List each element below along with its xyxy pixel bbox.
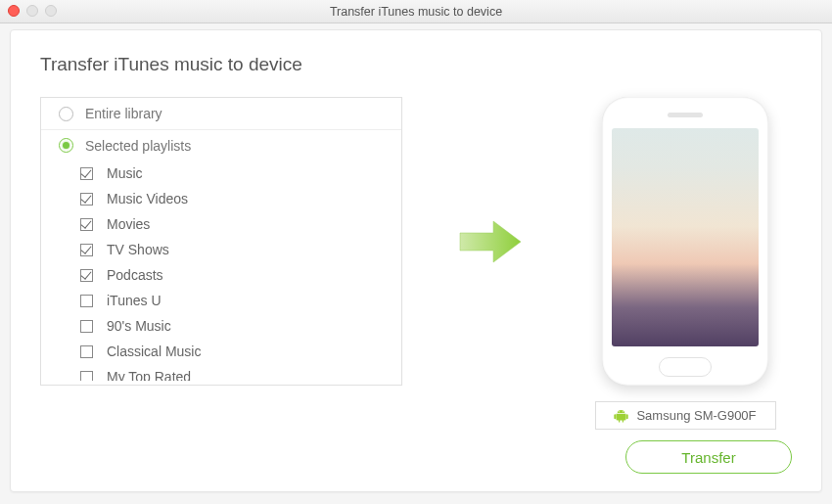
phone-screen [612, 128, 759, 346]
close-icon[interactable] [8, 5, 20, 17]
playlist-label: Podcasts [107, 267, 163, 283]
option-label: Entire library [85, 106, 162, 121]
checkbox-icon [80, 295, 93, 307]
radio-icon [59, 107, 73, 121]
radio-icon [59, 138, 73, 153]
checkbox-icon [80, 218, 93, 231]
checkbox-icon [80, 345, 93, 358]
playlist-item[interactable]: Classical Music [80, 339, 401, 364]
window-controls [8, 5, 57, 17]
playlist-label: Movies [107, 216, 150, 232]
playlist-label: iTunes U [107, 293, 162, 308]
transfer-button[interactable]: Transfer [625, 440, 792, 474]
window-title: Transfer iTunes music to device [0, 5, 832, 19]
playlist-item[interactable]: 90's Music [80, 313, 401, 339]
device-preview [602, 97, 768, 386]
arrow-right-icon [456, 217, 525, 266]
playlist-item[interactable]: Music Videos [80, 186, 401, 211]
phone-speaker [668, 113, 703, 117]
content-row: Entire library Selected playlists MusicM… [40, 97, 792, 430]
device-label[interactable]: Samsung SM-G900F [595, 401, 776, 430]
option-label: Selected playlists [85, 138, 191, 154]
phone-home-button [659, 357, 712, 377]
checkbox-icon [80, 193, 93, 206]
zoom-icon[interactable] [45, 5, 57, 17]
playlist-label: TV Shows [107, 242, 169, 257]
playlist-label: 90's Music [107, 318, 171, 334]
option-entire-library[interactable]: Entire library [41, 98, 401, 129]
playlist-label: Music [107, 165, 143, 181]
page-title: Transfer iTunes music to device [40, 54, 792, 75]
svg-marker-0 [460, 221, 521, 262]
playlist-label: Music Videos [107, 191, 188, 206]
playlist-label: My Top Rated [107, 369, 191, 381]
arrow-column [412, 97, 569, 386]
device-name: Samsung SM-G900F [636, 408, 756, 423]
checkbox-icon [80, 269, 93, 282]
playlist-item[interactable]: iTunes U [80, 288, 401, 313]
checkbox-icon [80, 244, 93, 256]
playlist-item[interactable]: Podcasts [80, 262, 401, 288]
titlebar: Transfer iTunes music to device [0, 0, 832, 23]
main-panel: Transfer iTunes music to device Entire l… [10, 29, 822, 492]
playlist-item[interactable]: Music [80, 160, 401, 186]
option-selected-playlists[interactable]: Selected playlists [41, 129, 401, 160]
minimize-icon[interactable] [26, 5, 38, 17]
playlist-item[interactable]: Movies [80, 211, 401, 237]
checkbox-icon [80, 167, 93, 180]
playlist-item[interactable]: My Top Rated [80, 364, 401, 381]
android-icon [614, 408, 628, 423]
device-column: Samsung SM-G900F [578, 97, 792, 430]
footer: Transfer [625, 440, 792, 474]
playlist-label: Classical Music [107, 344, 201, 359]
playlist-item[interactable]: TV Shows [80, 237, 401, 262]
checkbox-icon [80, 320, 93, 333]
checkbox-icon [80, 371, 93, 382]
source-panel: Entire library Selected playlists MusicM… [40, 97, 402, 386]
playlist-list: MusicMusic VideosMoviesTV ShowsPodcastsi… [41, 160, 401, 381]
